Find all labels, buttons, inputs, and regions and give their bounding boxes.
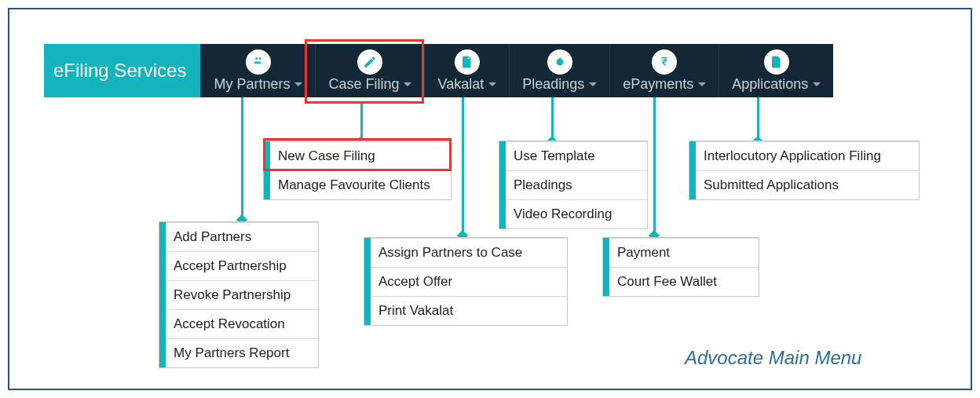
document-icon — [455, 49, 480, 75]
rupee-icon — [652, 49, 677, 75]
menu-item[interactable]: Manage Favourite Clients — [264, 170, 451, 199]
menu-item[interactable]: Accept Partnership — [159, 251, 318, 280]
brand-label: eFiling Services — [44, 44, 200, 97]
dropdown-strip — [264, 141, 270, 199]
nav-pleadings[interactable]: Pleadings — [509, 44, 609, 97]
caret-down-icon — [488, 82, 496, 86]
dropdown-my-partners: Add Partners Accept Partnership Revoke P… — [159, 221, 319, 368]
nav-label: ePayments — [623, 76, 693, 93]
hands-icon — [547, 49, 572, 75]
pencil-icon — [357, 49, 382, 75]
nav-label: My Partners — [214, 76, 290, 93]
menu-item[interactable]: Add Partners — [159, 222, 318, 251]
nav-applications[interactable]: Applications — [719, 44, 833, 97]
partners-icon — [246, 49, 271, 75]
nav-my-partners[interactable]: My Partners — [200, 44, 315, 97]
dropdown-case-filing: New Case Filing Manage Favourite Clients — [263, 141, 452, 200]
page-frame: eFiling Services My Partners Case Filing — [8, 8, 972, 390]
caret-down-icon — [404, 82, 411, 86]
caret-down-icon — [294, 82, 302, 86]
menu-item[interactable]: Revoke Partnership — [159, 280, 318, 309]
dropdown-strip — [689, 141, 696, 199]
connector — [462, 97, 464, 235]
dropdown-pleadings: Use Template Pleadings Video Recording — [499, 141, 648, 229]
main-navbar: eFiling Services My Partners Case Filing — [44, 44, 833, 97]
menu-item[interactable]: Court Fee Wallet — [603, 267, 759, 296]
dropdown-epayments: Payment Court Fee Wallet — [602, 237, 759, 297]
nav-epayments[interactable]: ePayments — [609, 44, 719, 97]
nav-label: Vakalat — [437, 76, 484, 93]
dropdown-strip — [159, 222, 166, 367]
nav-case-filing[interactable]: Case Filing — [315, 44, 424, 97]
dropdown-strip — [603, 238, 609, 296]
connector — [241, 97, 243, 219]
dropdown-applications: Interlocutory Application Filing Submitt… — [689, 141, 920, 200]
page-caption: Advocate Main Menu — [685, 347, 861, 369]
dropdown-strip — [499, 141, 506, 228]
menu-item[interactable]: Pleadings — [499, 170, 647, 199]
menu-item[interactable]: Use Template — [499, 141, 647, 170]
nav-label: Applications — [732, 76, 808, 93]
menu-item[interactable]: Accept Revocation — [159, 309, 318, 338]
caret-down-icon — [813, 82, 821, 86]
menu-item[interactable]: Video Recording — [499, 199, 647, 228]
menu-item[interactable]: Payment — [603, 238, 759, 267]
menu-item[interactable]: Interlocutory Application Filing — [689, 141, 919, 170]
menu-item[interactable]: Submitted Applications — [689, 170, 919, 199]
connector — [757, 97, 759, 141]
connector — [653, 97, 656, 235]
nav-label: Pleadings — [522, 76, 584, 93]
dropdown-strip — [364, 238, 371, 325]
file-icon — [764, 49, 789, 75]
menu-item[interactable]: Accept Offer — [364, 267, 567, 296]
menu-item[interactable]: Assign Partners to Case — [364, 238, 567, 267]
nav-vakalat[interactable]: Vakalat — [424, 44, 509, 97]
caret-down-icon — [698, 82, 706, 86]
menu-item[interactable]: Print Vakalat — [364, 296, 567, 325]
dropdown-vakalat: Assign Partners to Case Accept Offer Pri… — [364, 237, 568, 326]
menu-item-new-case-filing[interactable]: New Case Filing — [264, 141, 451, 170]
menu-item[interactable]: My Partners Report — [159, 338, 318, 367]
connector — [551, 97, 554, 141]
caret-down-icon — [589, 82, 597, 86]
nav-label: Case Filing — [328, 76, 399, 93]
